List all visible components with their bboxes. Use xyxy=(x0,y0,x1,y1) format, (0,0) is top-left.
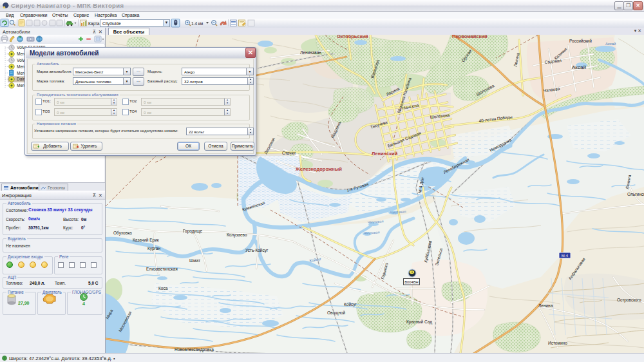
svg-text:Первомайский: Первомайский xyxy=(452,35,488,39)
svg-text:Усть-Койсуг: Усть-Койсуг xyxy=(245,248,269,253)
svg-text:Шмат: Шмат xyxy=(189,258,200,263)
svg-text:Новоалександровка: Новоалександровка xyxy=(175,347,214,352)
svg-text:Истомино: Истомино xyxy=(548,341,567,345)
svg-text:Аксай: Аксай xyxy=(572,64,586,70)
svg-text:В004ВН: В004ВН xyxy=(404,280,419,284)
svg-text:Островского: Островского xyxy=(617,298,641,303)
svg-text:Ленина: Ленина xyxy=(538,303,553,308)
svg-text:Казачий Ерик: Казачий Ерик xyxy=(133,238,159,243)
svg-text:Овощной: Овощной xyxy=(327,310,346,316)
svg-text:Ольгинская: Ольгинская xyxy=(627,192,644,196)
svg-text:Стачки: Стачки xyxy=(282,151,296,155)
svg-text:Колузаево: Колузаево xyxy=(227,233,247,238)
svg-text:Коса: Коса xyxy=(158,286,168,291)
svg-text:Елизаветинская: Елизаветинская xyxy=(146,267,178,271)
svg-text:М-4: М-4 xyxy=(562,254,569,258)
svg-text:Ленинский: Ленинский xyxy=(372,151,398,157)
svg-text:Российский: Российский xyxy=(569,39,592,43)
svg-text:Курган: Курган xyxy=(147,246,160,251)
svg-text:Красный Сад: Красный Сад xyxy=(406,319,432,325)
svg-text:Койсуг: Койсуг xyxy=(344,302,357,307)
svg-text:Обуховка: Обуховка xyxy=(113,231,132,236)
svg-text:Железнодорожный: Железнодорожный xyxy=(295,166,342,172)
svg-text:Ленинаван: Ленинаван xyxy=(300,50,321,55)
svg-text:Городище: Городище xyxy=(183,229,202,234)
svg-text:Аксай: Аксай xyxy=(605,42,616,46)
svg-text:Октябрьский: Октябрьский xyxy=(337,35,368,39)
